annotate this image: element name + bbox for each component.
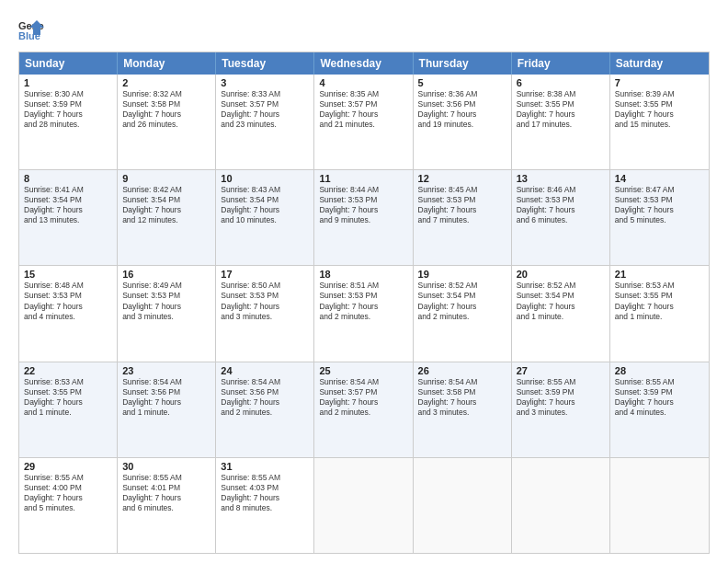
cell-line: Sunrise: 8:42 AM [122,185,210,195]
cell-line: Sunrise: 8:50 AM [221,281,309,291]
cell-line: Sunset: 3:56 PM [122,387,210,397]
cell-line: Sunset: 3:57 PM [221,99,309,109]
day-cell-2: 2Sunrise: 8:32 AMSunset: 3:58 PMDaylight… [118,75,216,169]
header-cell-sunday: Sunday [19,52,118,75]
cell-line: Daylight: 7 hours [615,205,704,215]
empty-cell [414,458,512,553]
day-cell-12: 12Sunrise: 8:45 AMSunset: 3:53 PMDayligh… [414,170,512,265]
cell-line: Sunset: 3:59 PM [24,99,112,109]
cell-line: Sunset: 3:54 PM [418,291,506,301]
cell-line: Sunset: 3:59 PM [517,387,605,397]
cell-line: Sunrise: 8:36 AM [418,89,506,99]
day-number: 6 [517,77,605,88]
header-cell-thursday: Thursday [414,52,512,75]
day-cell-31: 31Sunrise: 8:55 AMSunset: 4:03 PMDayligh… [216,458,314,553]
cell-line: Daylight: 7 hours [418,205,506,215]
cell-line: Daylight: 7 hours [122,302,210,312]
cell-line: Sunrise: 8:53 AM [615,281,704,291]
cell-line: Daylight: 7 hours [221,205,309,215]
day-cell-21: 21Sunrise: 8:53 AMSunset: 3:55 PMDayligh… [610,266,709,361]
day-number: 7 [615,77,704,88]
day-cell-18: 18Sunrise: 8:51 AMSunset: 3:53 PMDayligh… [314,266,413,361]
cell-line: and 2 minutes. [221,408,309,418]
day-number: 24 [221,365,309,376]
cell-line: and 5 minutes. [615,215,704,225]
cell-line: and 3 minutes. [122,312,210,322]
cell-line: and 2 minutes. [319,408,407,418]
day-cell-27: 27Sunrise: 8:55 AMSunset: 3:59 PMDayligh… [512,362,610,457]
cell-line: Daylight: 7 hours [221,493,309,503]
day-number: 12 [418,173,506,184]
cell-line: Sunrise: 8:54 AM [221,377,309,387]
day-number: 27 [517,365,605,376]
cell-line: Sunset: 3:54 PM [122,195,210,205]
day-cell-8: 8Sunrise: 8:41 AMSunset: 3:54 PMDaylight… [19,170,118,265]
cell-line: Sunrise: 8:55 AM [24,473,112,483]
day-number: 21 [615,269,704,280]
cell-line: and 8 minutes. [221,503,309,513]
cell-line: Sunrise: 8:39 AM [615,89,704,99]
cell-line: Sunrise: 8:47 AM [615,185,704,195]
day-number: 1 [24,77,112,88]
day-number: 25 [319,365,407,376]
cell-line: Daylight: 7 hours [418,302,506,312]
cell-line: Sunrise: 8:54 AM [319,377,407,387]
cell-line: Daylight: 7 hours [24,493,112,503]
calendar-row: 8Sunrise: 8:41 AMSunset: 3:54 PMDaylight… [19,169,709,265]
cell-line: and 5 minutes. [24,503,112,513]
cell-line: Daylight: 7 hours [615,302,704,312]
cell-line: Sunrise: 8:45 AM [418,185,506,195]
cell-line: Daylight: 7 hours [122,397,210,408]
day-number: 13 [517,173,605,184]
cell-line: Sunset: 3:53 PM [24,291,112,301]
day-cell-13: 13Sunrise: 8:46 AMSunset: 3:53 PMDayligh… [512,170,610,265]
cell-line: and 3 minutes. [221,312,309,322]
day-cell-25: 25Sunrise: 8:54 AMSunset: 3:57 PMDayligh… [314,362,413,457]
day-cell-11: 11Sunrise: 8:44 AMSunset: 3:53 PMDayligh… [314,170,413,265]
empty-cell [610,458,709,553]
cell-line: Sunrise: 8:44 AM [319,185,407,195]
cell-line: Sunset: 3:58 PM [122,99,210,109]
day-cell-6: 6Sunrise: 8:38 AMSunset: 3:55 PMDaylight… [512,75,610,169]
day-cell-26: 26Sunrise: 8:54 AMSunset: 3:58 PMDayligh… [414,362,512,457]
cell-line: and 9 minutes. [319,215,407,225]
day-number: 18 [319,269,407,280]
calendar-row: 22Sunrise: 8:53 AMSunset: 3:55 PMDayligh… [19,362,709,457]
cell-line: Sunset: 3:56 PM [418,99,506,109]
cell-line: Daylight: 7 hours [319,397,407,408]
day-cell-17: 17Sunrise: 8:50 AMSunset: 3:53 PMDayligh… [216,266,314,361]
cell-line: Daylight: 7 hours [517,302,605,312]
header-cell-wednesday: Wednesday [314,52,413,75]
cell-line: Daylight: 7 hours [319,109,407,120]
day-number: 9 [122,173,210,184]
day-number: 23 [122,365,210,376]
cell-line: Sunset: 3:57 PM [319,387,407,397]
cell-line: Sunrise: 8:52 AM [418,281,506,291]
cell-line: and 26 minutes. [122,120,210,130]
cell-line: and 1 minute. [615,312,704,322]
cell-line: Sunrise: 8:52 AM [517,281,605,291]
day-number: 5 [418,77,506,88]
cell-line: Daylight: 7 hours [122,493,210,503]
day-cell-14: 14Sunrise: 8:47 AMSunset: 3:53 PMDayligh… [610,170,709,265]
cell-line: Sunrise: 8:48 AM [24,281,112,291]
cell-line: Sunset: 4:00 PM [24,483,112,493]
header-cell-monday: Monday [118,52,216,75]
cell-line: Sunset: 3:54 PM [517,291,605,301]
header-cell-friday: Friday [512,52,610,75]
calendar: SundayMondayTuesdayWednesdayThursdayFrid… [18,52,710,554]
cell-line: Sunrise: 8:55 AM [517,377,605,387]
cell-line: Sunset: 3:53 PM [221,291,309,301]
day-number: 17 [221,269,309,280]
cell-line: and 12 minutes. [122,215,210,225]
cell-line: Sunrise: 8:49 AM [122,281,210,291]
cell-line: and 7 minutes. [418,215,506,225]
cell-line: Daylight: 7 hours [615,397,704,408]
cell-line: Sunset: 3:55 PM [615,291,704,301]
cell-line: Sunrise: 8:35 AM [319,89,407,99]
cell-line: and 1 minute. [517,312,605,322]
cell-line: Sunset: 3:57 PM [319,99,407,109]
cell-line: Sunrise: 8:55 AM [122,473,210,483]
header-cell-saturday: Saturday [610,52,709,75]
cell-line: and 23 minutes. [221,120,309,130]
